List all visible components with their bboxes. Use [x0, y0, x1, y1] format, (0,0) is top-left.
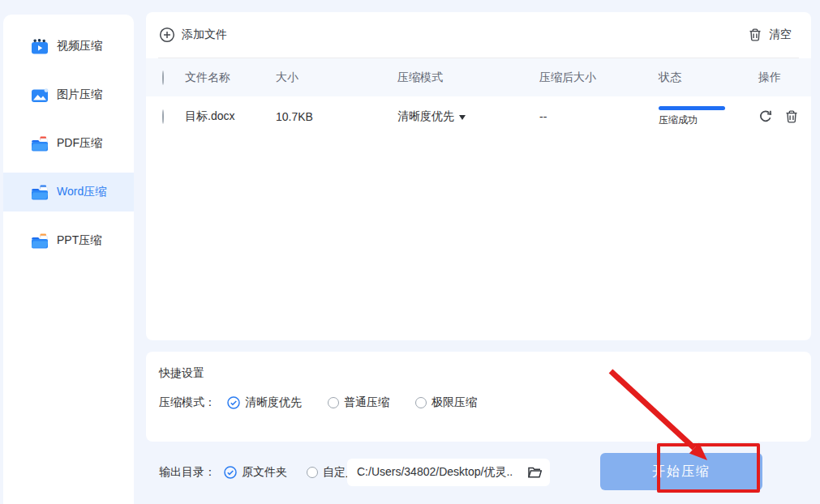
sidebar-item-ppt[interactable]: PPT压缩	[3, 221, 134, 260]
radio-label: 普通压缩	[344, 395, 389, 410]
col-header-mode: 压缩模式	[397, 70, 539, 85]
sidebar-item-word[interactable]: Word压缩	[3, 173, 134, 211]
add-file-button[interactable]: 添加文件	[159, 27, 227, 43]
row-checkbox[interactable]	[162, 109, 164, 124]
radio-unchecked-icon	[328, 397, 339, 408]
file-size: 10.7KB	[276, 110, 397, 123]
file-after-size: --	[539, 110, 659, 123]
chevron-down-icon	[459, 115, 466, 120]
sidebar-item-label: PDF压缩	[57, 136, 102, 151]
table-header-row: 文件名称 大小 压缩模式 压缩后大小 状态 操作	[146, 58, 811, 96]
radio-mode-normal[interactable]: 普通压缩	[328, 395, 389, 410]
select-all-checkbox[interactable]	[162, 70, 164, 85]
sidebar-item-image[interactable]: 图片压缩	[3, 75, 134, 114]
image-icon	[31, 88, 49, 103]
radio-mode-clarity[interactable]: 清晰度优先	[227, 395, 302, 410]
radio-unchecked-icon	[415, 397, 427, 408]
check-circle-icon	[224, 466, 237, 479]
browse-folder-icon[interactable]	[527, 466, 542, 479]
pdf-folder-icon	[31, 136, 49, 152]
list-toolbar: 添加文件 清空	[146, 12, 811, 58]
output-path-input[interactable]: C:/Users/34802/Desktop/优灵..	[347, 459, 550, 486]
word-folder-icon	[31, 185, 49, 200]
radio-label: 清晰度优先	[245, 395, 302, 410]
trash-icon	[748, 28, 762, 42]
output-directory-bar: 输出目录： 原文件夹 自定义	[159, 459, 357, 486]
radio-label: 极限压缩	[431, 395, 477, 410]
row-mode-dropdown[interactable]: 清晰度优先	[397, 109, 466, 124]
add-file-label: 添加文件	[182, 28, 227, 42]
col-header-filename: 文件名称	[185, 70, 276, 85]
sidebar: 视频压缩 图片压缩 PDF压缩	[3, 15, 134, 504]
quick-settings-panel: 快捷设置 压缩模式： 清晰度优先 普通压缩 极限压缩	[146, 352, 811, 442]
quick-settings-title: 快捷设置	[159, 366, 798, 381]
row-mode-value: 清晰度优先	[397, 109, 454, 124]
ppt-folder-icon	[31, 233, 49, 249]
mode-group-label: 压缩模式：	[159, 395, 216, 410]
radio-label: 原文件夹	[242, 465, 287, 480]
status-text: 压缩成功	[659, 113, 758, 127]
redo-compress-icon[interactable]	[758, 109, 773, 124]
output-dir-label: 输出目录：	[159, 465, 216, 480]
col-header-status: 状态	[659, 70, 758, 85]
check-circle-icon	[227, 396, 240, 409]
sidebar-item-pdf[interactable]: PDF压缩	[3, 124, 134, 163]
sidebar-item-label: 视频压缩	[57, 39, 102, 53]
sidebar-item-label: PPT压缩	[57, 233, 101, 248]
status-cell: 压缩成功	[659, 106, 758, 127]
table-row: 目标.docx 10.7KB 清晰度优先 -- 压缩成功	[146, 96, 811, 137]
output-path-value: C:/Users/34802/Desktop/优灵..	[357, 465, 513, 480]
file-name: 目标.docx	[185, 109, 276, 124]
row-delete-icon[interactable]	[784, 109, 799, 124]
sidebar-item-video[interactable]: 视频压缩	[3, 27, 134, 66]
col-header-operations: 操作	[758, 70, 811, 85]
col-header-after-size: 压缩后大小	[539, 70, 659, 85]
radio-output-original[interactable]: 原文件夹	[224, 465, 287, 480]
progress-bar	[659, 106, 725, 110]
radio-mode-extreme[interactable]: 极限压缩	[415, 395, 477, 410]
clear-all-button[interactable]: 清空	[748, 28, 792, 42]
plus-circle-icon	[159, 27, 175, 43]
clear-all-label: 清空	[769, 28, 792, 42]
col-header-size: 大小	[276, 70, 397, 85]
sidebar-item-label: Word压缩	[57, 185, 106, 199]
file-list-panel: 添加文件 清空 文件名称 大小 压缩模式 压缩后大小 状态 操作 目标.docx…	[146, 12, 811, 340]
start-compress-button[interactable]: 开始压缩	[600, 453, 762, 490]
video-icon	[31, 39, 49, 54]
sidebar-item-label: 图片压缩	[57, 88, 102, 102]
radio-unchecked-icon	[307, 467, 318, 478]
